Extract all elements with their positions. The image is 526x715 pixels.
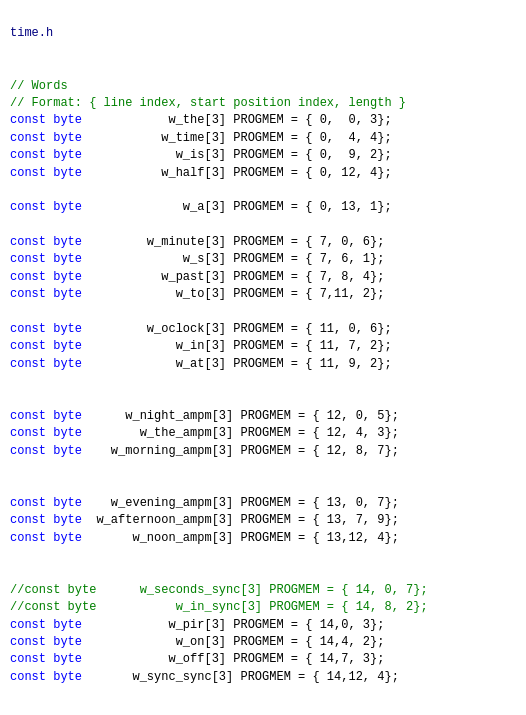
normal-text: w_minute[3] PROGMEM = { 7, 0, 6}; xyxy=(82,235,384,249)
code-line: const byte w_off[3] PROGMEM = { 14,7, 3}… xyxy=(10,651,516,668)
normal-text: w_to[3] PROGMEM = { 7,11, 2}; xyxy=(82,287,384,301)
normal-text: w_in[3] PROGMEM = { 11, 7, 2}; xyxy=(82,339,392,353)
comment-text: //const byte xyxy=(10,583,96,597)
code-line: const byte w_half[3] PROGMEM = { 0, 12, … xyxy=(10,165,516,182)
keyword-text: const byte xyxy=(10,270,82,284)
comment-line: // Format: { line index, start position … xyxy=(10,95,516,112)
normal-text: w_sync_sync[3] PROGMEM = { 14,12, 4}; xyxy=(82,670,399,684)
normal-text: w_oclock[3] PROGMEM = { 11, 0, 6}; xyxy=(82,322,392,336)
code-line: const byte w_sync_sync[3] PROGMEM = { 14… xyxy=(10,669,516,686)
code-line: const byte w_a[3] PROGMEM = { 0, 13, 1}; xyxy=(10,199,516,216)
normal-text: w_is[3] PROGMEM = { 0, 9, 2}; xyxy=(82,148,392,162)
empty-line xyxy=(10,217,516,234)
empty-line xyxy=(10,182,516,199)
keyword-text: const byte xyxy=(10,166,82,180)
normal-text: w_noon_ampm[3] PROGMEM = { 13,12, 4}; xyxy=(82,531,399,545)
empty-line xyxy=(10,547,516,564)
normal-text: w_time[3] PROGMEM = { 0, 4, 4}; xyxy=(82,131,392,145)
code-line: const byte w_past[3] PROGMEM = { 7, 8, 4… xyxy=(10,269,516,286)
empty-line xyxy=(10,43,516,60)
normal-text: w_on[3] PROGMEM = { 14,4, 2}; xyxy=(82,635,384,649)
keyword-text: const byte xyxy=(10,113,82,127)
empty-line xyxy=(10,391,516,408)
code-line: const byte w_s[3] PROGMEM = { 7, 6, 1}; xyxy=(10,251,516,268)
keyword-text: const byte xyxy=(10,513,82,527)
normal-text: w_past[3] PROGMEM = { 7, 8, 4}; xyxy=(82,270,384,284)
comment-text: //const byte xyxy=(10,600,96,614)
code-line: //const byte w_seconds_sync[3] PROGMEM =… xyxy=(10,582,516,599)
normal-text: w_off[3] PROGMEM = { 14,7, 3}; xyxy=(82,652,384,666)
normal-text: w_afternoon_ampm[3] PROGMEM = { 13, 7, 9… xyxy=(82,513,399,527)
normal-text: w_the[3] PROGMEM = { 0, 0, 3}; xyxy=(82,113,392,127)
keyword-text: const byte xyxy=(10,670,82,684)
code-line: const byte w_oclock[3] PROGMEM = { 11, 0… xyxy=(10,321,516,338)
comment-line: // Words xyxy=(10,78,516,95)
keyword-text: const byte xyxy=(10,287,82,301)
normal-text: w_the_ampm[3] PROGMEM = { 12, 4, 3}; xyxy=(82,426,399,440)
keyword-text: const byte xyxy=(10,322,82,336)
keyword-text: const byte xyxy=(10,339,82,353)
code-line: const byte w_at[3] PROGMEM = { 11, 9, 2}… xyxy=(10,356,516,373)
code-line: const byte w_noon_ampm[3] PROGMEM = { 13… xyxy=(10,530,516,547)
empty-line xyxy=(10,460,516,477)
code-line: const byte w_to[3] PROGMEM = { 7,11, 2}; xyxy=(10,286,516,303)
normal-text: w_evening_ampm[3] PROGMEM = { 13, 0, 7}; xyxy=(82,496,399,510)
code-line: const byte w_minute[3] PROGMEM = { 7, 0,… xyxy=(10,234,516,251)
code-line: const byte w_the[3] PROGMEM = { 0, 0, 3}… xyxy=(10,112,516,129)
code-line: const byte w_evening_ampm[3] PROGMEM = {… xyxy=(10,495,516,512)
empty-line xyxy=(10,565,516,582)
keyword-text: const byte xyxy=(10,357,82,371)
empty-line xyxy=(10,373,516,390)
keyword-text: const byte xyxy=(10,531,82,545)
normal-text: w_s[3] PROGMEM = { 7, 6, 1}; xyxy=(82,252,384,266)
keyword-text: const byte xyxy=(10,252,82,266)
code-line: const byte w_time[3] PROGMEM = { 0, 4, 4… xyxy=(10,130,516,147)
code-line: const byte w_the_ampm[3] PROGMEM = { 12,… xyxy=(10,425,516,442)
normal-text: w_half[3] PROGMEM = { 0, 12, 4}; xyxy=(82,166,392,180)
keyword-text: const byte xyxy=(10,409,82,423)
keyword-text: const byte xyxy=(10,131,82,145)
code-line: //const byte w_in_sync[3] PROGMEM = { 14… xyxy=(10,599,516,616)
filename-line: time.h xyxy=(10,25,516,42)
keyword-text: const byte xyxy=(10,618,82,632)
empty-line xyxy=(10,60,516,77)
normal-text: w_night_ampm[3] PROGMEM = { 12, 0, 5}; xyxy=(82,409,399,423)
comment-text: w_seconds_sync[3] PROGMEM = { 14, 0, 7}; xyxy=(96,583,427,597)
code-line: const byte w_afternoon_ampm[3] PROGMEM =… xyxy=(10,512,516,529)
keyword-text: const byte xyxy=(10,444,82,458)
keyword-text: const byte xyxy=(10,426,82,440)
code-line: const byte w_is[3] PROGMEM = { 0, 9, 2}; xyxy=(10,147,516,164)
normal-text: w_morning_ampm[3] PROGMEM = { 12, 8, 7}; xyxy=(82,444,399,458)
normal-text: w_pir[3] PROGMEM = { 14,0, 3}; xyxy=(82,618,384,632)
code-line: const byte w_on[3] PROGMEM = { 14,4, 2}; xyxy=(10,634,516,651)
code-line: const byte w_in[3] PROGMEM = { 11, 7, 2}… xyxy=(10,338,516,355)
keyword-text: const byte xyxy=(10,652,82,666)
code-line: const byte w_night_ampm[3] PROGMEM = { 1… xyxy=(10,408,516,425)
code-line: const byte w_morning_ampm[3] PROGMEM = {… xyxy=(10,443,516,460)
empty-line xyxy=(10,478,516,495)
keyword-text: const byte xyxy=(10,496,82,510)
keyword-text: const byte xyxy=(10,635,82,649)
comment-text: w_in_sync[3] PROGMEM = { 14, 8, 2}; xyxy=(96,600,427,614)
keyword-text: const byte xyxy=(10,235,82,249)
code-line: const byte w_pir[3] PROGMEM = { 14,0, 3}… xyxy=(10,617,516,634)
empty-line xyxy=(10,304,516,321)
normal-text: w_a[3] PROGMEM = { 0, 13, 1}; xyxy=(82,200,392,214)
keyword-text: const byte xyxy=(10,200,82,214)
keyword-text: const byte xyxy=(10,148,82,162)
normal-text: w_at[3] PROGMEM = { 11, 9, 2}; xyxy=(82,357,392,371)
code-container: time.h// Words// Format: { line index, s… xyxy=(0,0,526,694)
